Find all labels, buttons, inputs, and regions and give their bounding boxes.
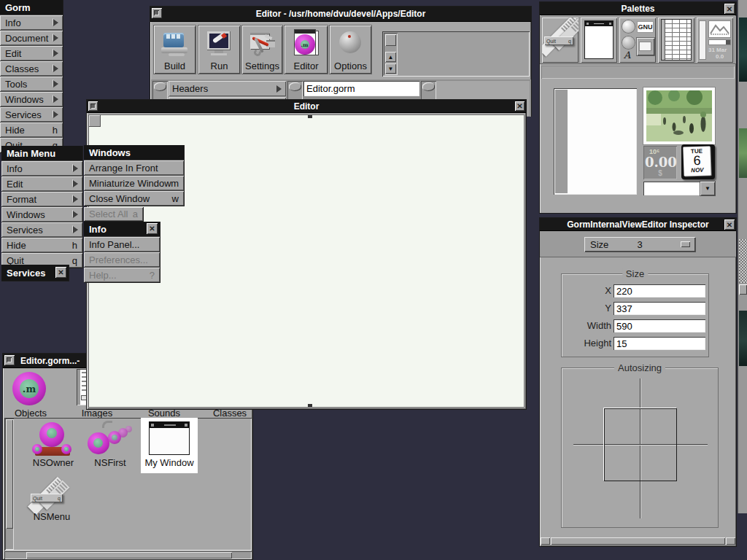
menu-item-arrange-in-front[interactable]: Arrange In Front	[84, 160, 184, 175]
editor-window-titlebar[interactable]: Editor	[87, 100, 526, 113]
x-field[interactable]: 220	[614, 284, 705, 298]
combo-box-widget[interactable]: ▼	[643, 182, 715, 195]
palette-browser-list[interactable]	[554, 88, 637, 195]
gorm-menu-titlebar[interactable]: Gorm	[0, 0, 63, 15]
palette-windows-button[interactable]	[581, 18, 617, 63]
size-group: Size X 220 Y 337 Width 590 Height 15	[561, 273, 709, 357]
editor-icon: .m	[291, 28, 322, 58]
chevron-down-icon: ▼	[705, 185, 711, 192]
main-menu-titlebar[interactable]: Main Menu	[1, 146, 82, 160]
menu-item-info-panel[interactable]: Info Panel...	[84, 237, 160, 252]
windows-menu-titlebar[interactable]: Windows	[84, 145, 184, 160]
doc-window-title: Editor.gorm...-	[20, 356, 80, 366]
miniaturize-button[interactable]	[4, 355, 15, 365]
services-menu-titlebar[interactable]: Services	[1, 265, 69, 281]
resize-handle-bottom[interactable]	[308, 404, 312, 407]
gnu-box-icon: GNU	[637, 21, 654, 33]
palette-image-well[interactable]	[643, 88, 715, 144]
objects-vscrollbar[interactable]	[5, 419, 14, 550]
object-label: NSOwner	[26, 457, 80, 468]
menu-item-edit[interactable]: Edit	[1, 176, 82, 191]
menu-item-classes[interactable]: Classes	[0, 61, 63, 76]
palette-misc-button[interactable]: 31 Mar 0.0	[697, 18, 733, 63]
menu-item-windows[interactable]: Windows	[0, 92, 63, 106]
radio-circle-icon	[622, 20, 635, 33]
menu-item-close-window[interactable]: Close Windoww	[84, 191, 184, 206]
submenu-arrow-icon	[53, 50, 58, 57]
settings-icon	[247, 28, 278, 58]
calendar-widget[interactable]: TUE 6 NOV	[681, 144, 715, 179]
close-button[interactable]	[147, 223, 158, 234]
menu-item-document[interactable]: Document	[0, 31, 63, 45]
object-my-window[interactable]: My Window	[141, 418, 198, 473]
toolbar-settings-button[interactable]: Settings	[242, 26, 282, 74]
menu-item-hide[interactable]: Hideh	[0, 122, 63, 137]
menu-item-windows[interactable]: Windows	[1, 207, 82, 222]
palette-menus-button[interactable]: Quitq	[542, 18, 578, 63]
close-button[interactable]	[515, 101, 525, 111]
object-nsowner[interactable]: NSOwner	[29, 421, 77, 467]
menu-item-preferences[interactable]: Preferences...	[84, 252, 160, 267]
menu-item-services[interactable]: Services	[0, 107, 63, 122]
build-icon	[160, 28, 190, 58]
canvas-corner-box	[89, 115, 101, 127]
scroll-up-button[interactable]	[385, 52, 396, 62]
mini-combo-icon	[708, 39, 731, 45]
inspector-resize-bar[interactable]	[541, 537, 735, 545]
menu-item-format[interactable]: Format	[1, 192, 82, 206]
menu-item-miniaturize-window[interactable]: Miniaturize Windowm	[84, 176, 184, 190]
editor-window-title: Editor	[294, 101, 320, 112]
width-field[interactable]: 590	[614, 319, 705, 332]
browser-item-headers[interactable]: Headers	[169, 81, 286, 96]
menu-item-tools[interactable]: Tools	[0, 77, 63, 91]
autosizing-subject-box[interactable]	[604, 408, 677, 481]
miniaturize-button[interactable]	[152, 8, 162, 18]
menu-item-services[interactable]: Services	[1, 222, 82, 237]
objects-panel: NSOwner NSFirst	[4, 418, 252, 551]
menu-item-edit[interactable]: Edit	[0, 46, 63, 61]
close-button[interactable]	[724, 219, 735, 230]
palettes-panel: Palettes Quitq	[539, 1, 737, 214]
background-window-sliver	[738, 0, 747, 513]
tab-objects[interactable]: Objects	[12, 408, 50, 419]
inspector-popup-button[interactable]: Size 3	[584, 237, 695, 252]
info-menu: Info Info Panel... Preferences... Help..…	[84, 222, 160, 283]
menu-item-info[interactable]: Info	[1, 161, 82, 176]
sliver-image-patch	[739, 128, 747, 178]
my-window-icon	[149, 421, 190, 455]
menu-item-select-all[interactable]: Select Alla	[84, 207, 144, 222]
toolbar-options-button[interactable]: Options	[330, 26, 371, 74]
project-window-titlebar[interactable]: Editor - /usr/home/dvu/devel/Apps/Editor	[150, 7, 531, 22]
object-nsmenu[interactable]: Quitq NSMenu	[28, 478, 76, 523]
close-button[interactable]	[724, 4, 735, 14]
palettes-titlebar[interactable]: Palettes	[540, 2, 736, 15]
mini-value-label: 0.0	[716, 53, 724, 60]
submenu-arrow-icon	[73, 211, 78, 218]
object-nsfirst[interactable]: NSFirst	[86, 421, 137, 467]
inspector-titlebar[interactable]: GormInternalViewEditor Inspector	[540, 218, 736, 231]
miniaturize-button[interactable]	[88, 101, 98, 111]
height-field[interactable]: 15	[614, 337, 705, 350]
menu-item-help[interactable]: Help...?	[84, 268, 160, 282]
number-display-widget[interactable]: 10⁶ 0.00 $	[643, 146, 677, 179]
toolbar-build-button[interactable]: Build	[154, 26, 196, 74]
popup-value: 3	[584, 239, 695, 250]
toolbar-run-button[interactable]: Run	[198, 26, 240, 74]
submenu-arrow-icon	[73, 195, 78, 203]
close-button[interactable]	[55, 267, 66, 278]
palette-controls-button[interactable]: GNU A	[619, 18, 656, 63]
text-panel-scrollbar[interactable]	[384, 33, 398, 75]
combo-dropdown-button[interactable]: ▼	[700, 182, 715, 195]
scroll-down-button[interactable]	[385, 63, 396, 74]
resize-handle-top[interactable]	[308, 115, 312, 118]
menu-item-info[interactable]: Info	[0, 15, 63, 30]
objects-hscrollbar[interactable]	[4, 551, 252, 559]
info-menu-titlebar[interactable]: Info	[84, 222, 160, 236]
palette-data-button[interactable]	[658, 18, 694, 63]
nsfirst-faucet	[102, 421, 112, 428]
menu-item-hide[interactable]: Hideh	[1, 238, 82, 252]
y-field[interactable]: 337	[614, 302, 705, 315]
tab-objects-icon-area[interactable]: .m	[12, 371, 47, 406]
browser-file-field[interactable]: Editor.gorm	[303, 81, 419, 96]
toolbar-editor-button[interactable]: .m Editor	[285, 26, 328, 74]
